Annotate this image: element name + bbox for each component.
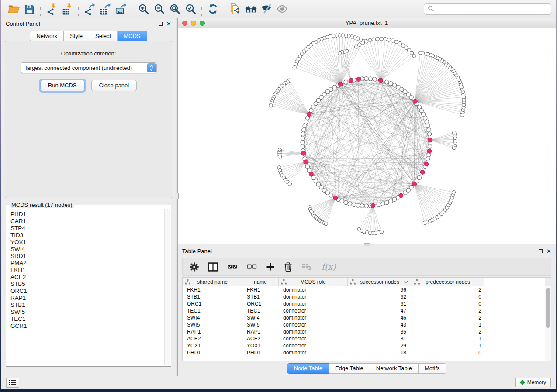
dominator-node[interactable] bbox=[378, 78, 383, 83]
zoom-in-icon[interactable] bbox=[135, 2, 151, 17]
ring-node[interactable] bbox=[381, 202, 385, 206]
ring-node[interactable] bbox=[309, 108, 313, 112]
run-mcds-button[interactable]: Run MCDS bbox=[40, 80, 85, 91]
dominator-node[interactable] bbox=[413, 99, 417, 103]
close-panel-button[interactable]: Close panel bbox=[91, 80, 137, 91]
deselect-all-rows-icon[interactable] bbox=[247, 263, 257, 270]
result-node-item[interactable]: SWI4 bbox=[10, 246, 170, 253]
splitter-handle[interactable] bbox=[175, 193, 179, 199]
leaf-node[interactable] bbox=[398, 42, 401, 45]
import-network-icon[interactable] bbox=[44, 2, 59, 17]
leaf-node[interactable] bbox=[407, 48, 411, 52]
dominator-node[interactable] bbox=[399, 193, 403, 198]
result-node-item[interactable]: SRD1 bbox=[10, 253, 170, 260]
ring-node[interactable] bbox=[423, 116, 427, 120]
result-node-item[interactable]: ACE2 bbox=[10, 274, 170, 281]
leaf-node[interactable] bbox=[358, 43, 361, 46]
ring-node[interactable] bbox=[302, 128, 306, 132]
result-node-item[interactable]: TID3 bbox=[10, 232, 170, 239]
column-header-predecessor-nodes[interactable]: predecessor nodes bbox=[412, 278, 484, 286]
ring-node[interactable] bbox=[389, 82, 393, 86]
leaf-node[interactable] bbox=[269, 104, 273, 107]
leaf-node[interactable] bbox=[391, 39, 394, 42]
result-node-item[interactable]: TEC1 bbox=[10, 316, 170, 323]
ring-node[interactable] bbox=[304, 120, 308, 124]
table-scrollbar[interactable] bbox=[545, 286, 551, 361]
ring-node[interactable] bbox=[396, 85, 400, 89]
memory-button[interactable]: Memory bbox=[515, 378, 551, 387]
column-header-shared-name[interactable]: shared name bbox=[183, 278, 242, 286]
add-column-icon[interactable] bbox=[266, 262, 275, 271]
ring-node[interactable] bbox=[348, 202, 352, 206]
close-panel-icon[interactable]: ✕ bbox=[547, 249, 551, 253]
leaf-node[interactable] bbox=[384, 37, 387, 41]
result-node-item[interactable]: CAR1 bbox=[10, 218, 170, 225]
table-row[interactable]: SWI4SWI4dominator462 bbox=[183, 314, 551, 321]
ring-node[interactable] bbox=[385, 200, 389, 204]
ring-node[interactable] bbox=[428, 144, 432, 148]
ring-node[interactable] bbox=[427, 132, 431, 136]
minimize-window-icon[interactable] bbox=[191, 21, 196, 26]
ring-node[interactable] bbox=[425, 120, 429, 124]
column-layout-icon[interactable] bbox=[208, 262, 218, 272]
result-node-item[interactable]: RAP1 bbox=[10, 295, 170, 302]
ring-node[interactable] bbox=[356, 203, 360, 207]
column-header-name[interactable]: name bbox=[242, 278, 279, 286]
tab-edge-table[interactable]: Edge Table bbox=[329, 363, 370, 374]
leaf-node[interactable] bbox=[453, 131, 456, 134]
ring-node[interactable] bbox=[364, 76, 368, 80]
result-node-item[interactable]: PMA2 bbox=[10, 260, 170, 267]
tab-mcds[interactable]: MCDS bbox=[118, 31, 147, 41]
vertical-splitter[interactable] bbox=[176, 18, 178, 376]
ring-node[interactable] bbox=[368, 77, 372, 81]
result-node-item[interactable]: ORC1 bbox=[10, 288, 170, 295]
table-row[interactable]: ORC1ORC1dominator610 bbox=[183, 300, 551, 307]
leaf-node[interactable] bbox=[387, 38, 391, 41]
leaf-node[interactable] bbox=[293, 65, 296, 69]
close-window-icon[interactable] bbox=[182, 21, 187, 26]
ring-node[interactable] bbox=[301, 132, 305, 136]
ring-node[interactable] bbox=[303, 124, 307, 128]
ring-node[interactable] bbox=[377, 203, 381, 206]
optimization-criterion-dropdown[interactable]: largest connected component (undirected) bbox=[21, 62, 157, 73]
scrollbar-thumb[interactable] bbox=[546, 288, 550, 328]
hide-selected-icon[interactable] bbox=[259, 2, 274, 17]
zoom-fit-icon[interactable] bbox=[167, 2, 183, 17]
ring-node[interactable] bbox=[305, 165, 309, 168]
open-file-icon[interactable] bbox=[6, 2, 21, 17]
result-node-item[interactable]: STP4 bbox=[10, 225, 170, 232]
search-input[interactable] bbox=[436, 6, 547, 12]
table-row[interactable]: PHD1PHD1dominator180 bbox=[183, 349, 551, 356]
ring-node[interactable] bbox=[422, 112, 426, 116]
table-row[interactable]: RAP1RAP1dominator352 bbox=[183, 328, 551, 335]
dominator-node[interactable] bbox=[412, 182, 417, 186]
leaf-node[interactable] bbox=[372, 38, 375, 41]
ring-node[interactable] bbox=[427, 128, 431, 132]
ring-node[interactable] bbox=[360, 204, 364, 208]
tab-motifs[interactable]: Motifs bbox=[419, 363, 446, 374]
select-all-rows-icon[interactable] bbox=[227, 263, 238, 270]
first-neighbors-icon[interactable] bbox=[243, 2, 259, 17]
ring-node[interactable] bbox=[373, 77, 377, 81]
zoom-out-icon[interactable] bbox=[151, 2, 167, 17]
ring-node[interactable] bbox=[392, 83, 396, 87]
horizontal-splitter[interactable] bbox=[178, 244, 556, 246]
dominator-node[interactable] bbox=[424, 162, 429, 166]
dominator-node[interactable] bbox=[304, 160, 308, 164]
dominator-node[interactable] bbox=[309, 172, 313, 176]
ring-node[interactable] bbox=[389, 199, 393, 203]
dominator-node[interactable] bbox=[338, 82, 343, 86]
close-panel-icon[interactable]: ✕ bbox=[166, 22, 171, 26]
leaf-node[interactable] bbox=[405, 46, 408, 49]
leaf-node[interactable] bbox=[452, 191, 455, 194]
leaf-node[interactable] bbox=[365, 40, 368, 43]
result-list-scrollbar[interactable] bbox=[164, 209, 170, 365]
delete-column-icon[interactable] bbox=[284, 262, 292, 272]
result-node-item[interactable]: STB1 bbox=[10, 302, 170, 309]
result-node-item[interactable]: FKH1 bbox=[10, 267, 170, 274]
ring-node[interactable] bbox=[364, 204, 368, 208]
ring-node[interactable] bbox=[385, 80, 389, 84]
leaf-node[interactable] bbox=[354, 45, 358, 48]
ring-node[interactable] bbox=[426, 124, 430, 128]
save-session-icon[interactable] bbox=[21, 2, 37, 17]
